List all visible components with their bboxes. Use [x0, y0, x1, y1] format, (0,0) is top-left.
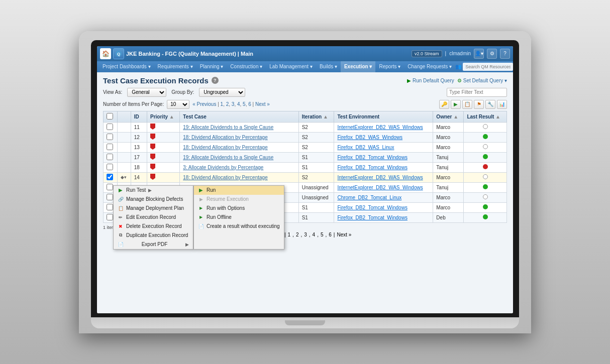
- submenu-run-offline[interactable]: ▶ Run Offline: [194, 213, 284, 222]
- per-page-select[interactable]: 10 25 50: [167, 100, 189, 109]
- testcase-link[interactable]: 19: Allocate Dividends to a Single Cause: [183, 155, 273, 160]
- env-link[interactable]: InternetExplorer_DB2_WAS_Windows: [337, 125, 423, 130]
- submenu-run[interactable]: ▶ Run: [194, 186, 284, 195]
- col-header-iteration: Iteration ▲: [298, 111, 334, 122]
- export-arrow: ▶: [185, 242, 189, 247]
- col-header-check[interactable]: [104, 111, 118, 122]
- cell-owner: Deb: [433, 212, 464, 222]
- view-as-select[interactable]: General: [127, 88, 166, 97]
- nav-planning[interactable]: Planning ▾: [196, 61, 227, 72]
- top-actions: ▶ Run Default Query ⚙ Set Default Query …: [407, 78, 507, 83]
- page-6-link[interactable]: 6: [248, 101, 251, 107]
- user-menu-button[interactable]: 👤▾: [474, 49, 484, 59]
- cell-iteration: S2: [298, 122, 334, 132]
- toolbar-btn-3[interactable]: 📋: [462, 100, 472, 109]
- table-row: 17 19: Allocate Dividends to a Single Ca…: [104, 152, 507, 162]
- row-checkbox-14[interactable]: [107, 174, 113, 180]
- page-5-link-bottom[interactable]: 5: [321, 232, 324, 237]
- testcase-link[interactable]: 19: Allocate Dividends to a Single Cause: [183, 125, 273, 130]
- filter-text-input[interactable]: [447, 88, 507, 97]
- page-4-link-bottom[interactable]: 4: [313, 232, 316, 237]
- row-checkbox-17[interactable]: [107, 154, 113, 160]
- toolbar-btn-6[interactable]: 📊: [497, 100, 507, 109]
- context-duplicate[interactable]: ⧉ Duplicate Execution Record: [114, 231, 193, 240]
- per-page-label: Number of Items Per Page:: [103, 101, 164, 107]
- env-link[interactable]: Chrome_DB2_Tomcat_Linux: [337, 195, 401, 200]
- page-help-icon[interactable]: ?: [212, 77, 219, 84]
- nav-lab-management[interactable]: Lab Management ▾: [266, 61, 316, 72]
- cell-iteration: S2: [298, 132, 334, 142]
- filter-row: View As: General Group By: Ungrouped: [103, 88, 507, 97]
- env-link[interactable]: InternetExplorer_DB2_WAS_Windows: [337, 175, 423, 180]
- page-2-link-bottom[interactable]: 2: [296, 232, 299, 237]
- context-manage-blocking[interactable]: 🔗 Manage Blocking Defects: [114, 195, 193, 204]
- row-checkbox-r9[interactable]: [107, 204, 113, 210]
- toolbar-btn-4[interactable]: ⚑: [474, 100, 484, 109]
- nav-execution[interactable]: Execution ▾: [341, 61, 376, 72]
- testcase-link[interactable]: 18: Dividend Allocation by Percentage: [183, 175, 267, 180]
- col-header-priority: Priority ▲: [147, 111, 180, 122]
- nav-builds[interactable]: Builds ▾: [316, 61, 341, 72]
- row-checkbox-12[interactable]: [107, 134, 113, 140]
- laptop-container: 🏠 Q JKE Banking - FGC (Quality Managemen…: [79, 31, 531, 333]
- blocking-icon: 🔗: [118, 196, 124, 202]
- help-button[interactable]: ?: [500, 49, 510, 59]
- toolbar-btn-5[interactable]: 🔧: [485, 100, 495, 109]
- submenu-run-options[interactable]: ▶ Run with Options: [194, 204, 284, 213]
- submenu-create-result[interactable]: 📄 Create a result without executing: [194, 222, 284, 231]
- cell-iteration: S1: [298, 152, 334, 162]
- home-icon[interactable]: 🏠: [100, 48, 111, 59]
- nav-change-requests[interactable]: Change Requests ▾: [404, 61, 455, 72]
- edit-icon: ✏: [118, 214, 124, 220]
- set-default-query-btn[interactable]: ⚙ Set Default Query ▾: [457, 78, 507, 83]
- env-link[interactable]: Firefox_DB2_WAS_Windows: [337, 135, 402, 140]
- page-3-link-bottom[interactable]: 3: [304, 232, 307, 237]
- env-link[interactable]: Firefox_DB2_WAS_Linux: [337, 145, 394, 150]
- context-manage-deployment[interactable]: 📋 Manage Deployment Plan: [114, 204, 193, 213]
- run-default-query-btn[interactable]: ▶ Run Default Query: [407, 78, 454, 83]
- nav-project-dashboards[interactable]: Project Dashboards ▾: [99, 61, 154, 72]
- search-input[interactable]: [463, 63, 513, 71]
- nav-requirements[interactable]: Requirements ▾: [154, 61, 196, 72]
- nav-reports[interactable]: Reports ▾: [375, 61, 404, 72]
- cell-owner: Tanuj: [433, 152, 464, 162]
- cell-owner: Tanuj: [433, 182, 464, 192]
- page-6-link-bottom[interactable]: 6: [329, 232, 332, 237]
- testcase-link[interactable]: 3: Allocate Dividends by Percentage: [183, 165, 263, 170]
- settings-button[interactable]: ⚙: [487, 49, 497, 59]
- nav-construction[interactable]: Construction ▾: [227, 61, 266, 72]
- env-link[interactable]: Firefox_DB2_Tomcat_Windows: [337, 215, 408, 220]
- next-page-link-bottom[interactable]: Next »: [337, 232, 351, 237]
- view-as-label: View As:: [103, 89, 122, 95]
- page-1-link-bottom[interactable]: 1: [288, 232, 291, 237]
- env-link[interactable]: Firefox_DB2_Tomcat_Windows: [337, 205, 408, 210]
- result-icon: [483, 124, 488, 129]
- select-all-checkbox[interactable]: [107, 113, 113, 119]
- row-checkbox-r10[interactable]: [107, 214, 113, 220]
- row-checkbox-13[interactable]: [107, 144, 113, 150]
- toolbar-btn-run[interactable]: ▶: [451, 100, 461, 109]
- context-run-test[interactable]: ▶ Run Test ▶: [114, 186, 193, 195]
- submenu-resume[interactable]: ▶ Resume Execution: [194, 195, 284, 204]
- row-checkbox-r7[interactable]: [107, 184, 113, 190]
- toolbar-btn-1[interactable]: 🔑: [439, 100, 449, 109]
- context-delete[interactable]: ✖ Delete Execution Record: [114, 222, 193, 231]
- submenu-run-icon: ▶: [198, 187, 204, 193]
- run-test-icon: ▶: [118, 187, 124, 193]
- next-page-link[interactable]: Next »: [255, 101, 270, 107]
- context-export[interactable]: 📄 Export PDF ▶: [114, 240, 193, 249]
- pagination-row-top: Number of Items Per Page: 10 25 50 « Pre…: [103, 100, 507, 109]
- filter-right: [447, 88, 507, 97]
- prev-page-link[interactable]: « Previous: [192, 101, 216, 107]
- env-link[interactable]: Firefox_DB2_Tomcat_Windows: [337, 165, 408, 170]
- group-by-select[interactable]: Ungrouped: [199, 88, 245, 97]
- testcase-link[interactable]: 18: Dividend Allocation by Percentage: [183, 145, 267, 150]
- row-checkbox-11[interactable]: [107, 124, 113, 130]
- context-edit[interactable]: ✏ Edit Execution Record: [114, 213, 193, 222]
- row-checkbox-r8[interactable]: [107, 194, 113, 200]
- env-link[interactable]: InternetExplorer_DB2_WAS_Windows: [337, 185, 423, 190]
- priority-icon: [150, 174, 155, 180]
- env-link[interactable]: Firefox_DB2_Tomcat_Windows: [337, 155, 408, 160]
- testcase-link[interactable]: 18: Dividend Allocation by Percentage: [183, 135, 267, 140]
- row-checkbox-18[interactable]: [107, 164, 113, 170]
